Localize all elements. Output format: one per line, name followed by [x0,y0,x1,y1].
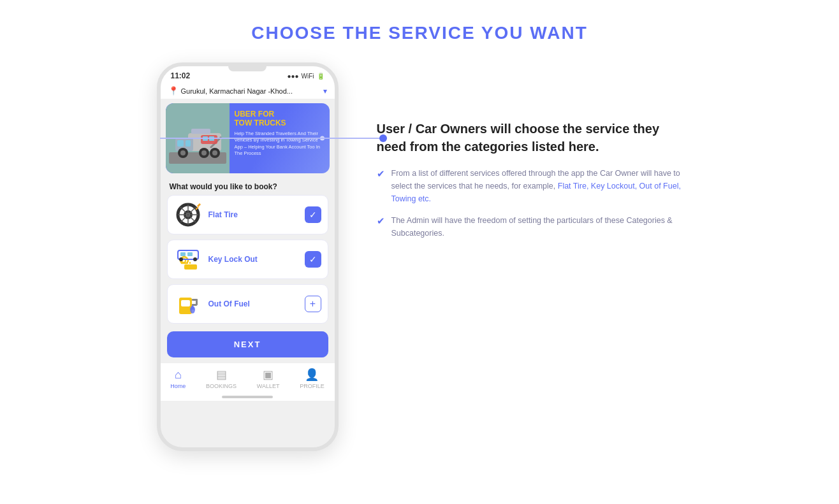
flat-tire-check-button[interactable]: ✓ [305,206,321,223]
svg-point-9 [201,150,207,155]
nav-wallet[interactable]: ▣ WALLET [257,368,280,389]
svg-rect-28 [180,252,186,256]
phone-top-bar: 11:02 ●●● WiFi 🔋 [161,66,335,83]
svg-rect-4 [186,140,191,147]
signal-icon: ●●● [287,73,298,80]
out-of-fuel-label: Out Of Fuel [208,299,298,308]
home-icon: ⌂ [175,368,182,382]
chevron-down-icon: ▾ [323,87,327,96]
bullet-text-1: From a list of different services offere… [391,167,683,205]
bottom-nav: ⌂ Home ▤ BOOKINGS ▣ WALLET 👤 PROFILE [161,363,335,392]
bookings-icon: ▤ [216,368,227,382]
phone-notch [228,66,266,71]
out-of-fuel-service-item[interactable]: Out Of Fuel + [167,284,328,324]
service-question: What would you like to book? [161,177,335,195]
nav-bookings-label: BOOKINGS [206,383,237,389]
home-indicator [222,396,273,398]
svg-rect-33 [181,300,190,306]
key-lockout-service-item[interactable]: Key Lock Out ✓ [167,240,328,279]
banner-description: Help The Stranded Travellers And Their V… [235,131,325,157]
banner-title: UBER FORTOW TRUCKS [235,110,325,128]
flat-tire-service-item[interactable]: Flat Tire ✓ [167,195,328,234]
info-bullet-2: ✔ The Admin will have the freedom of set… [377,214,683,240]
battery-icon: 🔋 [317,73,325,80]
fuel-svg-icon [174,290,202,318]
out-of-fuel-icon [174,290,202,318]
nav-home[interactable]: ⌂ Home [170,368,186,389]
connector-line [160,138,383,139]
svg-rect-29 [187,252,193,256]
flat-tire-icon [174,201,202,229]
location-bar[interactable]: 📍 Gurukul, Karmachari Nagar -Khod... ▾ [161,83,335,99]
nav-home-label: Home [170,383,186,389]
svg-rect-5 [191,129,210,134]
key-svg-icon [174,245,202,273]
nav-wallet-label: WALLET [257,383,280,389]
info-panel: User / Car Owners will choose the servic… [377,62,683,248]
flat-tire-label: Flat Tire [208,210,298,219]
location-pin-icon: 📍 [168,86,179,96]
phone-status-icons: ●●● WiFi 🔋 [287,73,324,80]
key-lockout-check-button[interactable]: ✓ [305,251,321,268]
svg-rect-3 [177,140,184,147]
svg-point-7 [180,150,186,155]
nav-bookings[interactable]: ▤ BOOKINGS [206,368,237,389]
key-lockout-label: Key Lock Out [208,255,298,264]
info-main-text: User / Car Owners will choose the servic… [377,120,683,155]
location-text: Gurukul, Karmachari Nagar -Khod... [181,87,323,95]
out-of-fuel-add-button[interactable]: + [305,296,321,312]
next-button[interactable]: NEXT [167,331,328,357]
svg-rect-26 [189,262,191,264]
info-bullet-1: ✔ From a list of different services offe… [377,167,683,205]
svg-rect-25 [187,261,188,264]
svg-point-31 [193,257,197,261]
wallet-icon: ▣ [263,368,274,382]
nav-profile[interactable]: 👤 PROFILE [300,368,325,389]
bullet-check-icon-1: ✔ [377,168,385,180]
wifi-icon: WiFi [302,73,314,80]
page-title: CHOOSE THE SERVICE YOU WANT [251,23,587,43]
bullet-check-icon-2: ✔ [377,215,385,227]
phone-home-bar [161,392,335,401]
info-section: User / Car Owners will choose the servic… [377,62,683,248]
tire-svg-icon [174,201,202,229]
svg-point-11 [212,150,217,155]
content-area: 11:02 ●●● WiFi 🔋 📍 Gurukul, Karmachari N… [0,62,839,451]
phone-mockup: 11:02 ●●● WiFi 🔋 📍 Gurukul, Karmachari N… [157,62,339,451]
svg-point-30 [179,257,183,261]
svg-rect-23 [184,264,197,270]
nav-profile-label: PROFILE [300,383,325,389]
phone-time: 11:02 [171,71,191,80]
bullet-text-2: The Admin will have the freedom of setti… [391,214,683,240]
profile-icon: 👤 [305,368,319,382]
key-lockout-icon [174,245,202,273]
